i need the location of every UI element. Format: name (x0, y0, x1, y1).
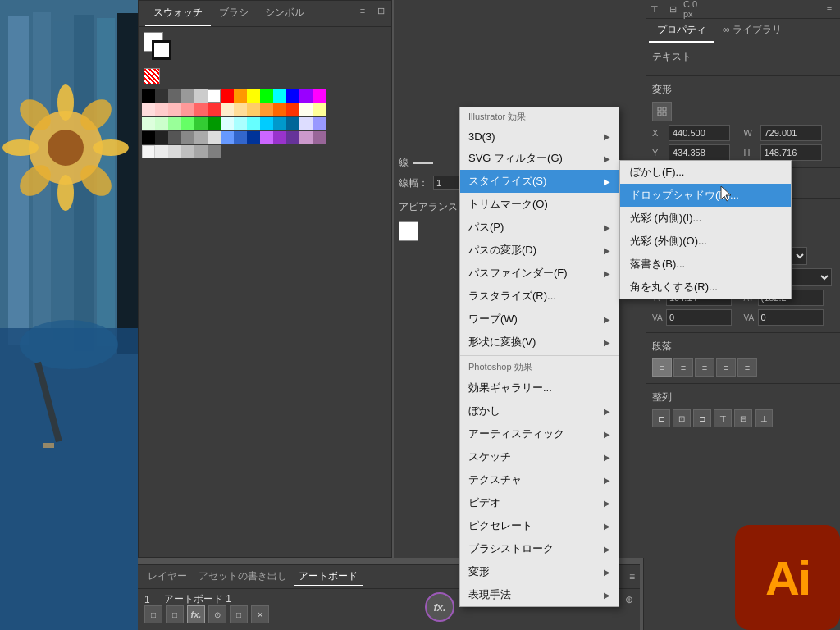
swatch-lightyellow[interactable] (299, 103, 313, 116)
swatch-black2[interactable] (142, 131, 155, 144)
menu-item-pathfinder[interactable]: パスファインダー(F) ▶ (460, 262, 619, 285)
swatch-verylightgray[interactable] (208, 131, 221, 144)
swatch-mauve[interactable] (313, 131, 326, 144)
tab-layers[interactable]: レイヤー (143, 568, 192, 586)
menu-item-trim-mark[interactable]: トリムマーク(O) (460, 193, 619, 216)
swatch-yellow2[interactable] (313, 103, 326, 116)
tab-swatches[interactable]: スウォッチ (145, 1, 211, 26)
align-middle-icon[interactable]: ⊟ (665, 2, 680, 16)
swatch-black[interactable] (142, 89, 155, 103)
align-right-btn[interactable]: ≡ (695, 358, 714, 377)
arrange-top-icon[interactable]: ⊤ (714, 409, 732, 427)
swatch-darkgreen[interactable] (208, 117, 221, 130)
swatch-green[interactable] (260, 89, 273, 103)
menu-item-artistic[interactable]: アーティスティック ▶ (460, 422, 619, 445)
swatch-midgray[interactable] (181, 131, 194, 144)
swatch-blue[interactable] (286, 89, 299, 103)
swatch-darksilver[interactable] (208, 145, 221, 158)
add-artboard-icon[interactable]: □ (230, 605, 248, 623)
menu-item-distort[interactable]: 変形 ▶ (460, 560, 619, 583)
menu-item-texture[interactable]: テクスチャ ▶ (460, 468, 619, 491)
swatch-red[interactable] (221, 89, 234, 103)
align-top-icon[interactable]: ⊤ (647, 2, 662, 16)
swatch-lightgray[interactable] (194, 131, 208, 144)
tracking-input[interactable] (666, 309, 732, 326)
delete-icon[interactable]: ✕ (251, 605, 269, 623)
tab-symbol[interactable]: シンボル (257, 1, 313, 26)
swatch-nearwhite[interactable] (155, 145, 168, 158)
swatch-gray2[interactable] (194, 89, 208, 103)
stroke-box[interactable] (152, 40, 171, 60)
menu-item-rasterize[interactable]: ラスタライズ(R)... (460, 285, 619, 308)
tab-library[interactable]: ∞ ライブラリ (714, 19, 790, 43)
submenu-scribble[interactable]: 落書き(B)... (620, 253, 791, 276)
menu-item-brush-stroke[interactable]: ブラシストローク ▶ (460, 537, 619, 560)
submenu-outer-glow[interactable]: 光彩 (外側)(O)... (620, 230, 791, 253)
swatch-magenta[interactable] (313, 89, 326, 103)
menu-item-video[interactable]: ビデオ ▶ (460, 491, 619, 514)
swatch-orange3[interactable] (260, 103, 273, 116)
swatch-medsilver[interactable] (194, 145, 208, 158)
swatch-red2[interactable] (181, 103, 194, 116)
swatch-medblue[interactable] (234, 131, 247, 144)
tab-artboard[interactable]: アートボード (294, 568, 363, 586)
swatch-orange[interactable] (234, 89, 247, 103)
w-input[interactable] (760, 125, 822, 141)
menu-item-effects-gallery[interactable]: 効果ギャラリー... (460, 377, 619, 399)
menu-item-3d[interactable]: 3D(3) ▶ (460, 126, 619, 147)
swatch-green3[interactable] (181, 117, 194, 130)
swatch-red3[interactable] (194, 103, 208, 116)
swatch-almostwhite[interactable] (142, 145, 155, 158)
swatch-lightsilver[interactable] (168, 145, 181, 158)
swatch-peach[interactable] (221, 103, 234, 116)
menu-item-convert-shape[interactable]: 形状に変換(V) ▶ (460, 331, 619, 354)
swatch-lightblue[interactable] (299, 117, 313, 130)
swatch-lightred3[interactable] (168, 103, 181, 116)
swatch-gray1[interactable] (181, 89, 194, 103)
swatch-darkorange[interactable] (273, 103, 286, 116)
swatch-yellow[interactable] (247, 89, 260, 103)
swatch-orchid[interactable] (260, 131, 273, 144)
swatch-verydark[interactable] (155, 131, 168, 144)
swatch-blue2[interactable] (273, 117, 286, 130)
layers-panel-menu[interactable]: ≡ (629, 571, 635, 582)
swatch-purple[interactable] (299, 89, 313, 103)
swatch-dark1[interactable] (155, 89, 168, 103)
submenu-inner-glow[interactable]: 光彩 (内側)(I)... (620, 207, 791, 230)
swatch-green4[interactable] (194, 117, 208, 130)
swatch-cyan[interactable] (273, 89, 286, 103)
swatch-lightgreen2[interactable] (155, 117, 168, 130)
swatch-lavender[interactable] (313, 117, 326, 130)
fill-stroke-indicator[interactable] (144, 32, 173, 62)
menu-item-blur[interactable]: ぼかし ▶ (460, 399, 619, 422)
h-input[interactable] (760, 144, 822, 161)
swatch-dark2[interactable] (168, 89, 181, 103)
submenu-drop-shadow[interactable]: ドロップシャドウ(D)... (620, 184, 791, 207)
grid-view-btn[interactable]: ⊞ (373, 3, 388, 18)
clipping-mask-icon[interactable]: ⊙ (208, 605, 226, 623)
arrange-center-icon[interactable]: ⊡ (673, 409, 691, 427)
tab-asset-export[interactable]: アセットの書き出し (194, 568, 292, 586)
swatch-lightgreen[interactable] (142, 117, 155, 130)
swatch-lightorange[interactable] (234, 103, 247, 116)
arrange-middle-icon[interactable]: ⊟ (734, 409, 752, 427)
arrange-bottom-icon[interactable]: ⊥ (755, 409, 773, 427)
swatch-red4[interactable] (208, 103, 221, 116)
submenu-round-corners[interactable]: 角を丸くする(R)... (620, 276, 791, 299)
menu-item-sketch[interactable]: スケッチ ▶ (460, 445, 619, 468)
panel-menu-icon[interactable]: ≡ (822, 2, 837, 16)
arrange-right-icon[interactable]: ⊐ (693, 409, 711, 427)
new-layer-icon[interactable]: □ (144, 605, 162, 623)
no-fill-swatch[interactable] (144, 68, 160, 84)
bottom-fx-icon[interactable]: fx. (187, 605, 205, 623)
swatch-cyan2[interactable] (234, 117, 247, 130)
arrange-left-icon[interactable]: ⊏ (652, 409, 670, 427)
swatch-cornflower[interactable] (221, 131, 234, 144)
menu-item-pixelate[interactable]: ピクセレート ▶ (460, 514, 619, 537)
align-justify2-btn[interactable]: ≡ (737, 358, 757, 377)
swatch-navyblue[interactable] (247, 131, 260, 144)
x-input[interactable] (669, 125, 730, 141)
y-input[interactable] (669, 144, 730, 161)
tab-brush[interactable]: ブラシ (211, 1, 257, 26)
tab-properties[interactable]: プロパティ (649, 19, 714, 43)
